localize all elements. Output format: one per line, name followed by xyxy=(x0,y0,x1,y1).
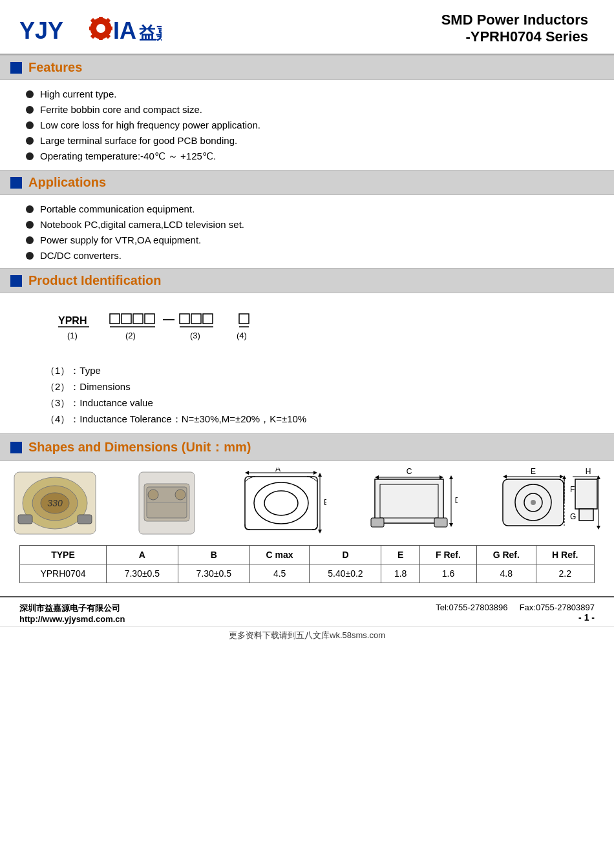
features-icon xyxy=(10,62,22,74)
contact-info: Tel:0755-27803896 Fax:0755-27803897 xyxy=(436,603,595,612)
cell-fref: 1.6 xyxy=(419,564,476,583)
cell-cmax: 4.5 xyxy=(249,564,310,583)
svg-rect-24 xyxy=(191,314,201,324)
drawing-side-view: C D xyxy=(367,468,458,539)
cell-type: YPRH0704 xyxy=(20,564,107,583)
pid-item-3: （3）：Inductance value xyxy=(45,397,588,409)
pid-num-4: （4）： xyxy=(45,413,79,424)
feature-text-4: Large terminal surface for good PCB bond… xyxy=(40,135,237,146)
product-id-content: YPRH (1) (2) — (3) xyxy=(0,293,614,433)
svg-text:C: C xyxy=(406,468,412,476)
svg-text:330: 330 xyxy=(47,498,63,508)
col-gref: G Ref. xyxy=(477,546,536,564)
company-name-cn: 深圳市益嘉源电子有限公司 xyxy=(19,603,125,614)
svg-rect-28 xyxy=(239,314,249,324)
svg-marker-45 xyxy=(245,471,249,475)
table-header-row: TYPE A B C max D E F Ref. G Ref. H Ref. xyxy=(20,546,595,564)
svg-text:益嘉源: 益嘉源 xyxy=(139,23,162,43)
applications-section-bar: Applications xyxy=(0,170,614,195)
cell-b: 7.30±0.5 xyxy=(178,564,249,583)
feature-item-5: Operating temperature:-40℃ ～ +125℃. xyxy=(26,150,588,163)
svg-text:YJY: YJY xyxy=(19,17,63,44)
svg-marker-78 xyxy=(562,475,566,479)
app-item-3: Power supply for VTR,OA equipment. xyxy=(26,234,588,245)
cell-gref: 4.8 xyxy=(477,564,536,583)
svg-rect-37 xyxy=(78,515,92,524)
svg-text:—: — xyxy=(163,313,175,326)
svg-marker-64 xyxy=(449,475,453,479)
download-text: 更多资料下载请到五八文库wk.58sms.com xyxy=(229,630,385,640)
shapes-title: Shapes and Dimensions (Unit：mm) xyxy=(28,439,251,456)
svg-text:A: A xyxy=(275,468,281,473)
pid-desc-4: Inductance Tolerance：N=±30%,M=±20%，K=±10… xyxy=(79,413,306,424)
pid-list: （1）：Type （2）：Dimensions （3）：Inductance v… xyxy=(45,365,588,426)
cell-e: 1.8 xyxy=(381,564,420,583)
col-e: E xyxy=(381,546,420,564)
svg-text:B: B xyxy=(324,498,326,507)
bullet-dot xyxy=(26,236,34,244)
features-title: Features xyxy=(28,60,82,75)
col-d: D xyxy=(310,546,381,564)
company-logo: YJY IA 益嘉源 xyxy=(19,12,162,47)
pid-num-1: （1）： xyxy=(45,365,79,376)
svg-point-42 xyxy=(148,490,158,500)
product-id-icon xyxy=(10,275,22,287)
app-text-4: DC/DC converters. xyxy=(40,250,122,261)
app-text-1: Portable communication equipment. xyxy=(40,203,195,214)
svg-marker-85 xyxy=(597,475,600,479)
svg-text:H: H xyxy=(586,468,591,476)
features-content: High current type. Ferrite bobbin core a… xyxy=(0,80,614,170)
pid-desc-1: Type xyxy=(79,365,101,376)
table-row: YPRH0704 7.30±0.5 7.30±0.5 4.5 5.40±0.2 … xyxy=(20,564,595,583)
svg-text:F: F xyxy=(570,485,575,494)
product-id-svg: YPRH (1) (2) — (3) xyxy=(39,306,362,358)
svg-rect-36 xyxy=(18,515,32,524)
svg-marker-46 xyxy=(313,471,317,475)
svg-point-76 xyxy=(531,500,536,505)
svg-marker-53 xyxy=(318,530,322,533)
pid-item-2: （2）：Dimensions xyxy=(45,381,588,393)
col-href: H Ref. xyxy=(536,546,594,564)
svg-marker-58 xyxy=(439,475,443,479)
svg-text:(3): (3) xyxy=(190,331,200,340)
svg-text:D: D xyxy=(454,496,457,505)
svg-text:(1): (1) xyxy=(67,331,78,340)
features-section-bar: Features xyxy=(0,55,614,80)
col-b: B xyxy=(178,546,249,564)
bullet-dot xyxy=(26,90,34,98)
svg-rect-25 xyxy=(203,314,213,324)
drawing-ef-view: E H F G G xyxy=(498,468,601,539)
svg-point-50 xyxy=(264,491,298,515)
logo-area: YJY IA 益嘉源 xyxy=(19,12,162,47)
app-item-2: Notebook PC,digital camera,LCD televisio… xyxy=(26,219,588,230)
svg-text:YPRH: YPRH xyxy=(58,315,87,326)
shapes-icon xyxy=(10,442,22,453)
fax: Fax:0755-27803897 xyxy=(520,603,595,612)
svg-text:(2): (2) xyxy=(125,331,136,340)
drawing-top-view: A B xyxy=(236,468,326,539)
page-footer: 深圳市益嘉源电子有限公司 http://www.yjysmd.com.cn Te… xyxy=(0,596,614,626)
svg-marker-69 xyxy=(503,475,507,479)
svg-rect-82 xyxy=(575,479,597,509)
pid-num-3: （3）： xyxy=(45,397,79,408)
svg-rect-19 xyxy=(145,314,154,324)
svg-marker-86 xyxy=(597,526,600,530)
feature-item-3: Low core loss for high frequency power a… xyxy=(26,119,588,130)
feature-item-1: High current type. xyxy=(26,88,588,99)
feature-text-2: Ferrite bobbin core and compact size. xyxy=(40,104,202,115)
website: http://www.yjysmd.com.cn xyxy=(19,614,125,624)
bullet-dot xyxy=(26,137,34,145)
col-type: TYPE xyxy=(20,546,107,564)
feature-item-4: Large terminal surface for good PCB bond… xyxy=(26,135,588,146)
app-text-3: Power supply for VTR,OA equipment. xyxy=(40,234,201,245)
cell-d: 5.40±0.2 xyxy=(310,564,381,583)
bullet-dot xyxy=(26,121,34,129)
svg-rect-16 xyxy=(110,314,120,324)
tel: Tel:0755-27803896 xyxy=(436,603,507,612)
shapes-section-bar: Shapes and Dimensions (Unit：mm) xyxy=(0,433,614,461)
title-line1: SMD Power Inductors xyxy=(441,12,588,28)
applications-content: Portable communication equipment. Notebo… xyxy=(0,195,614,268)
pid-item-1: （1）：Type xyxy=(45,365,588,377)
product-id-diagram: YPRH (1) (2) — (3) xyxy=(39,306,588,360)
pid-item-4: （4）：Inductance Tolerance：N=±30%,M=±20%，K… xyxy=(45,413,588,426)
